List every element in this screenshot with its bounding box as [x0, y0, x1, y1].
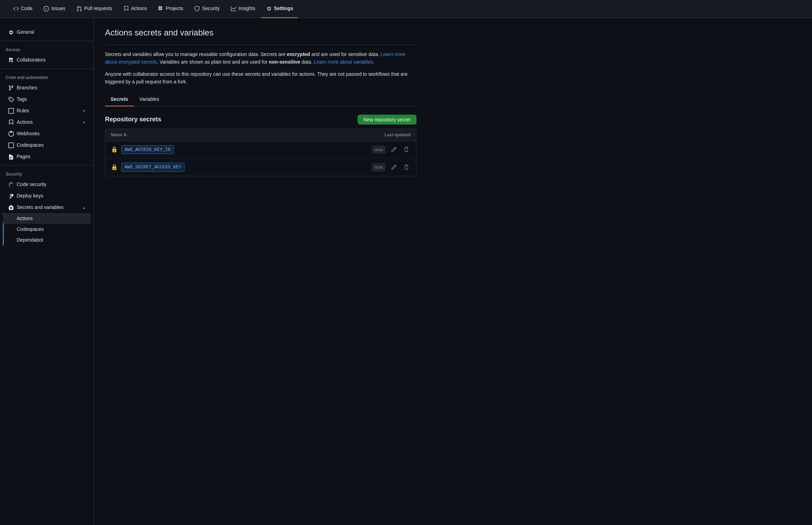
sidebar-item-codespaces-sub[interactable]: Codespaces [3, 224, 91, 235]
webhooks-label: Webhooks [17, 130, 40, 137]
webhooks-icon [8, 131, 14, 137]
sidebar-item-actions[interactable]: Actions ▾ [3, 116, 91, 128]
nav-projects[interactable]: Projects [153, 0, 188, 18]
sidebar-item-collaborators[interactable]: Collaborators [3, 54, 91, 66]
timestamp-2: now [372, 163, 385, 171]
code-automation-label: Code and automation [0, 72, 94, 82]
rules-label: Rules [17, 107, 29, 114]
issues-icon [43, 6, 49, 11]
table-row: 🔒 AWS_SECRET_ACCESS_KEY now [105, 159, 416, 176]
sidebar-code-section: Code and automation Branches Tags [0, 69, 94, 165]
nav-pullrequests[interactable]: Pull requests [72, 0, 117, 18]
sidebar: General Access Collaborators Code and au… [0, 18, 94, 525]
branches-icon [8, 85, 14, 91]
nav-settings[interactable]: Settings [261, 0, 298, 18]
sidebar-item-secrets-variables[interactable]: Secrets and variables ▴ [3, 202, 91, 213]
sidebar-item-code-security[interactable]: Code security [3, 179, 91, 190]
pages-label: Pages [17, 153, 31, 160]
dependabot-sub-label: Dependabot [17, 236, 43, 244]
sidebar-access-section: Access Collaborators [0, 41, 94, 69]
nav-security[interactable]: Security [189, 0, 225, 18]
layout: General Access Collaborators Code and au… [0, 18, 812, 525]
edit-button-1[interactable] [390, 145, 398, 154]
nav-issues[interactable]: Issues [39, 0, 70, 18]
code-security-icon [8, 182, 14, 187]
timestamp-1: now [372, 146, 385, 154]
sidebar-item-pages[interactable]: Pages [3, 151, 91, 162]
security-section-label: Security [0, 168, 94, 179]
collaborators-label: Collaborators [17, 56, 46, 64]
edit-icon-2 [391, 164, 397, 170]
top-nav: Code Issues Pull requests Actions Projec… [0, 0, 812, 18]
codespaces-sub-label: Codespaces [17, 226, 44, 233]
general-label: General [17, 29, 34, 36]
sidebar-item-branches[interactable]: Branches [3, 82, 91, 94]
sort-icon: ⇅ [123, 133, 127, 137]
nav-security-label: Security [202, 5, 220, 12]
desc-bold-2: non-sensitive [269, 59, 300, 65]
secrets-table: Name ⇅ Last updated 🔒 AWS_ACCESS_KEY_ID … [105, 129, 416, 176]
main-content: Actions secrets and variables Secrets an… [94, 18, 428, 525]
tab-secrets[interactable]: Secrets [105, 93, 134, 106]
codespaces-icon [8, 143, 14, 148]
desc-text-5: . [373, 59, 374, 65]
repo-secrets-header: Repository secrets New repository secret [105, 115, 416, 124]
nav-code[interactable]: Code [8, 0, 37, 18]
rules-icon [8, 108, 14, 114]
lock-icon-2: 🔒 [111, 163, 118, 171]
nav-insights-label: Insights [238, 5, 255, 12]
lock-icon-1: 🔒 [111, 145, 118, 154]
secrets-variables-label: Secrets and variables [17, 204, 64, 211]
variables-link[interactable]: Learn more about variables [314, 59, 373, 65]
deploy-keys-label: Deploy keys [17, 192, 43, 200]
collaborators-icon [8, 57, 14, 63]
tab-variables[interactable]: Variables [134, 93, 165, 106]
sidebar-item-general[interactable]: General [3, 26, 91, 38]
delete-button-2[interactable] [402, 163, 411, 171]
nav-settings-label: Settings [274, 5, 293, 12]
edit-button-2[interactable] [390, 163, 398, 171]
col-name: Name ⇅ [111, 132, 127, 138]
desc-bold-1: encrypted [287, 51, 310, 57]
secrets-variables-icon [8, 205, 14, 210]
row-left-2: 🔒 AWS_SECRET_ACCESS_KEY [111, 163, 185, 172]
tabs: Secrets Variables [105, 93, 416, 106]
general-icon [8, 30, 14, 35]
secret-name-1: AWS_ACCESS_KEY_ID [121, 145, 174, 154]
col-last-updated: Last updated [384, 132, 411, 138]
nav-actions[interactable]: Actions [119, 0, 152, 18]
nav-code-label: Code [21, 5, 32, 12]
row-left-1: 🔒 AWS_ACCESS_KEY_ID [111, 145, 174, 154]
delete-icon-1 [404, 147, 409, 152]
tags-icon [8, 97, 14, 102]
actions-sub-label: Actions [17, 215, 33, 222]
nav-issues-label: Issues [51, 5, 65, 12]
description-1: Secrets and variables allow you to manag… [105, 50, 416, 66]
codespaces-label: Codespaces [17, 142, 44, 149]
secret-name-2: AWS_SECRET_ACCESS_KEY [121, 163, 185, 172]
sidebar-item-actions-sub[interactable]: Actions [3, 213, 91, 224]
nav-insights[interactable]: Insights [226, 0, 260, 18]
actions-sidebar-label: Actions [17, 119, 33, 126]
tags-label: Tags [17, 96, 27, 103]
repo-secrets-title: Repository secrets [105, 115, 161, 124]
new-repo-secret-button[interactable]: New repository secret [358, 115, 416, 124]
nav-projects-label: Projects [166, 5, 184, 12]
row-right-1: now [372, 145, 411, 154]
sidebar-item-tags[interactable]: Tags [3, 94, 91, 105]
sidebar-item-codespaces[interactable]: Codespaces [3, 139, 91, 151]
sidebar-item-webhooks[interactable]: Webhooks [3, 128, 91, 139]
table-row: 🔒 AWS_ACCESS_KEY_ID now [105, 141, 416, 159]
code-icon [13, 6, 19, 11]
sidebar-general-section: General [0, 24, 94, 41]
sidebar-item-deploy-keys[interactable]: Deploy keys [3, 190, 91, 202]
nav-actions-label: Actions [131, 5, 147, 12]
nav-pr-label: Pull requests [84, 5, 112, 12]
projects-icon [158, 6, 164, 11]
rules-chevron: ▾ [83, 108, 85, 114]
delete-icon-2 [404, 164, 409, 170]
sidebar-item-rules[interactable]: Rules ▾ [3, 105, 91, 116]
delete-button-1[interactable] [402, 145, 411, 154]
access-section-label: Access [0, 44, 94, 54]
sidebar-item-dependabot-sub[interactable]: Dependabot [3, 235, 91, 245]
